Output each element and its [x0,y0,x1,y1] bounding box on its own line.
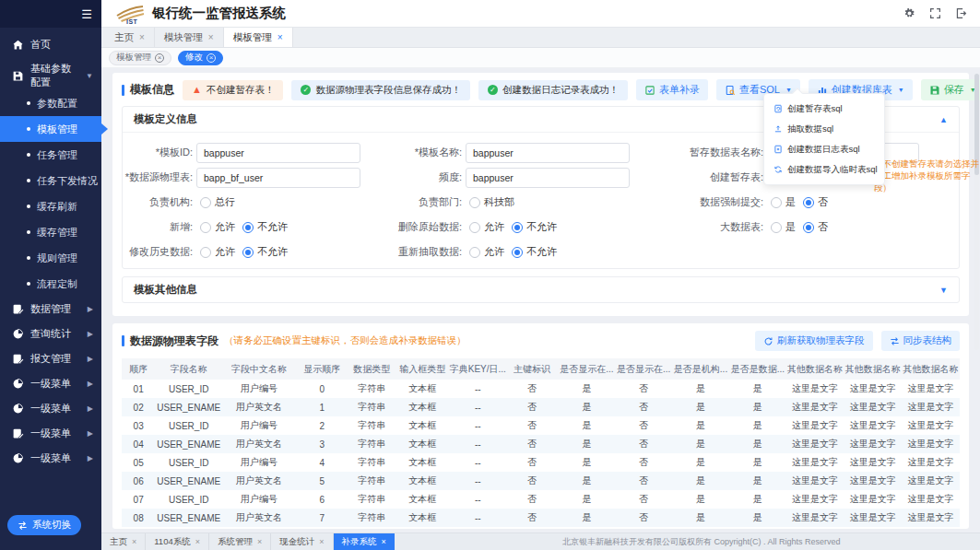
close-icon[interactable]: × [132,537,136,546]
sidebar-item-一级菜单[interactable]: 一级菜单▶ [0,396,101,421]
alert-success: ✓数据源物理表字段信息保存成功！ [291,80,470,100]
table-row[interactable]: 09USER_ID用户编号8字符串文本框--否是否是是这里是文字这里是文字这里是… [122,527,960,529]
radio-button[interactable] [803,222,814,233]
bottom-tab-主页[interactable]: 主页× [101,533,146,550]
table-cell: 是 [729,527,786,529]
sidebar-item-一级菜单[interactable]: 一级菜单▶ [0,371,101,396]
field-input[interactable] [196,168,360,188]
button-label: 刷新获取物理表字段 [777,334,865,347]
close-icon[interactable]: × [195,537,200,546]
fullscreen-icon[interactable] [929,7,941,19]
sidebar-item-报文管理[interactable]: 报文管理▶ [0,346,101,371]
collapse-menu-icon[interactable]: ☰ [81,7,92,21]
radio-button[interactable] [512,222,523,233]
sidebar-item-任务下发情况[interactable]: 任务下发情况 [0,168,101,193]
sidebar-item-一级菜单[interactable]: 一级菜单▶ [0,421,101,446]
tab-模板管理[interactable]: 模板管理× [224,28,293,47]
sidebar-item-缓存刷新[interactable]: 缓存刷新 [0,193,101,219]
radio-button[interactable] [242,247,254,258]
表单补录-button[interactable]: 表单补录 [636,79,708,100]
sidebar-item-流程定制[interactable]: 流程定制 [0,271,101,297]
table-row[interactable]: 07USER_ID用户编号6字符串文本框--否是否是是这里是文字这里是文字这里是… [122,490,960,509]
radio-button[interactable] [512,247,523,258]
bottom-tab-bar: 主页×1104系统×系统管理×现金统计×补录系统× [101,533,395,550]
radio-button[interactable] [771,197,782,208]
chip-修改[interactable]: 修改× [178,51,223,65]
sidebar-item-参数配置[interactable]: 参数配置 [0,90,101,116]
保存-button[interactable]: 保存▼ [921,79,980,100]
sidebar-item-规则管理[interactable]: 规则管理 [0,245,101,271]
table-cell: 这里是文字 [902,416,960,435]
radio-option-label: 科技部 [484,195,514,209]
radio-button[interactable] [771,222,782,233]
刷新获取物理表字段-button[interactable]: 刷新获取物理表字段 [755,331,873,351]
table-row[interactable]: 04USER_ENAME用户英文名3字符串文本框--否是否是是这里是文字这里是文… [122,435,960,453]
radio-button[interactable] [469,222,480,233]
button-label: 保存 [944,83,964,97]
table-cell: 01 [122,380,155,398]
table-cell: 否 [506,435,558,453]
table-cell: 这里是文字 [902,527,960,529]
column-header: 其他数据名称 [786,358,844,380]
bottom-tab-系统管理[interactable]: 系统管理× [209,533,271,550]
collapse-up-icon[interactable]: ▲ [939,115,948,124]
sidebar-item-一级菜单[interactable]: 一级菜单▶ [0,446,101,471]
close-icon[interactable]: × [319,537,324,546]
table-cell: 用户英文名 [222,398,296,416]
close-circle-icon[interactable]: × [155,53,164,63]
vertical-scrollbar[interactable] [974,74,979,350]
同步表结构-button[interactable]: 同步表结构 [881,331,961,351]
menu-item-抽取数据sql[interactable]: 抽取数据sql [764,119,884,139]
radio-button[interactable] [803,197,814,208]
radio-button[interactable] [242,222,254,233]
close-icon[interactable]: × [139,32,145,42]
close-icon[interactable]: × [277,32,283,42]
chip-模板管理[interactable]: 模板管理× [109,51,171,65]
collapse-down-icon[interactable]: ▼ [939,286,948,295]
field-input[interactable] [466,168,630,188]
tab-主页[interactable]: 主页× [105,28,155,47]
table-cell: 这里是文字 [786,398,844,416]
bottom-tab-补录系统[interactable]: 补录系统× [334,533,395,550]
sidebar-item-模板管理[interactable]: 模板管理 [0,116,101,142]
field-input[interactable] [196,143,360,163]
radio-button[interactable] [469,247,480,258]
close-icon[interactable]: × [208,32,214,42]
field-input[interactable] [466,143,630,163]
sidebar-item-查询统计[interactable]: 查询统计▶ [0,322,101,346]
sidebar-item-基础参数配置[interactable]: 基础参数配置▼ [0,61,101,90]
radio-option-label: 允许 [484,220,504,234]
menu-item-创建暂存表sql[interactable]: 创建暂存表sql [764,99,884,119]
radio-button[interactable] [200,222,211,233]
sidebar-item-任务管理[interactable]: 任务管理 [0,142,101,168]
field-label: 负责部门: [373,195,462,209]
sidebar-item-缓存管理[interactable]: 缓存管理 [0,219,101,245]
sidebar-item-首页[interactable]: 首页 [0,28,101,61]
sidebar-item-数据管理[interactable]: 数据管理▶ [0,297,101,322]
sql-doc-icon [725,85,736,96]
radio-button[interactable] [200,247,211,258]
close-circle-icon[interactable]: × [207,53,216,63]
table-row[interactable]: 05USER_ID用户编号4字符串文本框--否是否是是这里是文字这里是文字这里是… [122,453,960,472]
bottom-tab-现金统计[interactable]: 现金统计× [271,533,333,550]
menu-item-创建数据日志表sql[interactable]: 创建数据日志表sql [764,139,884,159]
create-temp-table-hint: （不创建暂存表请勿选择并手工增加补录模板所需字段） [874,158,979,193]
table-row[interactable]: 03USER_ID用户编号2字符串文本框--否是否是是这里是文字这里是文字这里是… [122,416,960,435]
table-row[interactable]: 01USER_ID用户编号0字符串文本框--否是否是是这里是文字这里是文字这里是… [122,380,960,398]
menu-item-创建数据导入临时表sql[interactable]: 创建数据导入临时表sql [764,159,884,180]
logout-icon[interactable] [955,7,967,19]
radio-button[interactable] [469,197,480,208]
table-row[interactable]: 08USER_ENAME用户英文名7字符串文本框--否是否是是这里是文字这里是文… [122,509,960,527]
radio-button[interactable] [200,197,211,208]
table-row[interactable]: 02USER_ENAME用户英文名1字符串文本框--否是否是是这里是文字这里是文… [122,398,960,416]
settings-icon[interactable] [903,7,915,19]
close-icon[interactable]: × [257,537,262,546]
bottom-tab-1104系统[interactable]: 1104系统× [146,533,209,550]
table-cell: 文本框 [396,453,449,472]
section-title: 模板其他信息 [134,283,197,297]
section-title: 模板定义信息 [134,112,197,126]
system-switch-button[interactable]: 系统切换 [7,515,81,535]
tab-模块管理[interactable]: 模块管理× [155,28,224,47]
close-icon[interactable]: × [382,537,386,546]
table-row[interactable]: 06USER_ENAME用户英文名5字符串文本框--否是否是是这里是文字这里是文… [122,472,960,490]
